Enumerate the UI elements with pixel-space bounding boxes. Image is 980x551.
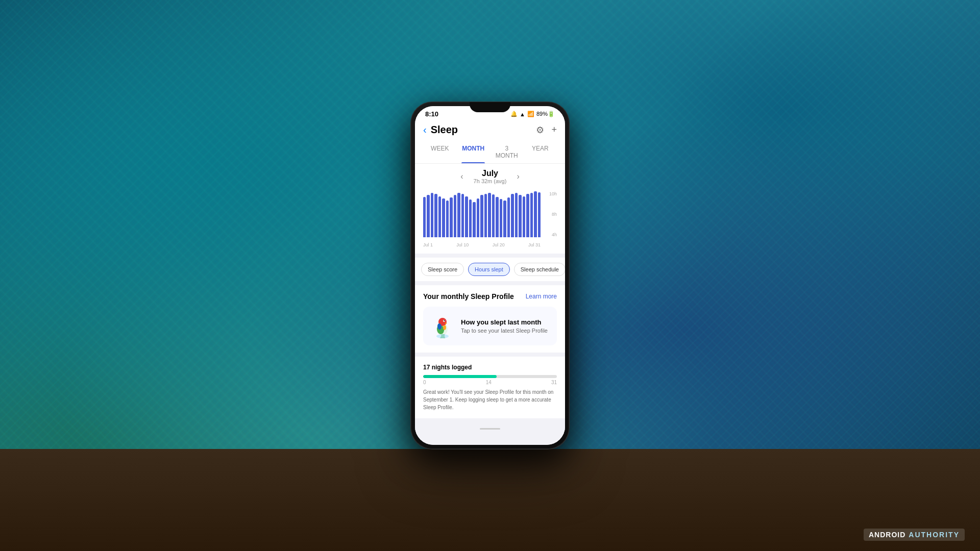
progress-bar-container: 0 14 31 — [423, 375, 557, 385]
page-title: Sleep — [431, 124, 458, 136]
settings-icon[interactable]: ⚙ — [536, 124, 544, 136]
month-navigation: ‹ July 7h 32m (avg) › — [415, 164, 565, 187]
status-time: 8:10 — [425, 110, 438, 118]
svg-point-7 — [436, 334, 449, 338]
chart-x-labels: Jul 1 Jul 10 Jul 20 Jul 31 — [423, 242, 541, 247]
progress-num-14: 14 — [486, 380, 492, 385]
tabs-bar: WEEK MONTH 3 MONTH YEAR — [415, 141, 565, 164]
progress-description: Great work! You'll see your Sleep Profil… — [423, 388, 557, 411]
chart-bar — [446, 201, 449, 237]
chip-sleep-schedule[interactable]: Sleep schedule — [514, 263, 565, 276]
chart-bar — [438, 196, 441, 237]
status-icons: 🔔 ▲ 📶 89%🔋 — [510, 111, 555, 117]
parrot-icon — [430, 314, 455, 338]
chart-bar — [526, 194, 529, 237]
x-label-jul10: Jul 10 — [456, 242, 469, 247]
header-left: ‹ Sleep — [423, 124, 458, 136]
y-label-8h: 8h — [552, 212, 557, 217]
filter-chips: Sleep score Hours slept Sleep schedule — [415, 258, 565, 281]
svg-point-4 — [444, 320, 445, 321]
chart-bar — [450, 197, 452, 237]
chart-bar — [511, 194, 513, 237]
next-month-button[interactable]: › — [517, 172, 519, 181]
tab-week[interactable]: WEEK — [423, 141, 457, 163]
watermark: ANDROID AUTHORITY — [864, 529, 965, 541]
chart-bar — [454, 195, 456, 237]
progress-num-31: 31 — [551, 380, 557, 385]
chart-bar — [477, 198, 479, 237]
chart-bar — [461, 194, 464, 237]
phone-screen: 8:10 🔔 ▲ 📶 89%🔋 ‹ Sleep ⚙ + — [415, 106, 565, 445]
chart-bar — [523, 196, 525, 237]
chart-bars — [423, 191, 541, 237]
sleep-chart-area: 10h 8h 4h Jul 1 Jul 10 Jul 20 Jul 31 — [415, 187, 565, 254]
scroll-content[interactable]: ‹ July 7h 32m (avg) › 10h 8h 4h — [415, 164, 565, 445]
prev-month-button[interactable]: ‹ — [460, 172, 463, 181]
month-name: July — [474, 169, 507, 178]
phone-notch — [470, 106, 510, 112]
add-icon[interactable]: + — [551, 124, 557, 135]
wifi-icon: ▲ — [520, 111, 525, 117]
chart-bar — [431, 193, 433, 237]
y-label-4h: 4h — [552, 232, 557, 237]
tab-3month[interactable]: 3 MONTH — [490, 141, 524, 163]
tab-month[interactable]: MONTH — [457, 141, 491, 163]
chart-bar — [423, 197, 426, 237]
progress-fill — [423, 375, 497, 378]
watermark-prefix: ANDROID — [869, 531, 905, 539]
chip-hours-slept[interactable]: Hours slept — [468, 263, 510, 276]
chart-bar — [534, 191, 536, 237]
phone-outer-shell: 8:10 🔔 ▲ 📶 89%🔋 ‹ Sleep ⚙ + — [411, 102, 569, 449]
table-surface — [0, 449, 980, 551]
progress-label: 17 nights logged — [423, 364, 557, 371]
chart-bar — [500, 199, 502, 237]
chart-bar — [473, 202, 475, 237]
chart-y-labels: 10h 8h 4h — [543, 191, 557, 237]
chart-bar — [484, 194, 487, 237]
sleep-profile-card[interactable]: How you slept last month Tap to see your… — [423, 307, 557, 345]
scroll-indicator — [415, 418, 565, 436]
x-label-jul20: Jul 20 — [493, 242, 505, 247]
svg-point-6 — [443, 325, 446, 330]
signal-icon: 📶 — [527, 111, 534, 117]
chart-bar — [519, 195, 521, 237]
scroll-line — [480, 428, 500, 430]
battery-label: 89%🔋 — [536, 111, 555, 117]
x-label-jul1: Jul 1 — [423, 242, 433, 247]
learn-more-button[interactable]: Learn more — [526, 293, 557, 300]
progress-numbers: 0 14 31 — [423, 380, 557, 385]
card-title: How you slept last month — [461, 318, 548, 326]
month-avg: 7h 32m (avg) — [474, 178, 507, 184]
sleep-chart: 10h 8h 4h Jul 1 Jul 10 Jul 20 Jul 31 — [423, 191, 557, 247]
progress-num-0: 0 — [423, 380, 426, 385]
chip-sleep-score[interactable]: Sleep score — [421, 263, 464, 276]
notification-icon: 🔔 — [510, 111, 518, 117]
chart-bar — [480, 195, 483, 237]
app-header: ‹ Sleep ⚙ + — [415, 120, 565, 141]
chart-bar — [434, 194, 437, 237]
progress-track — [423, 375, 557, 378]
card-text: How you slept last month Tap to see your… — [461, 318, 548, 334]
chart-bar — [469, 199, 472, 237]
chart-bar — [492, 194, 495, 237]
sleep-profile-section: Your monthly Sleep Profile Learn more — [415, 285, 565, 353]
header-right: ⚙ + — [536, 124, 557, 136]
watermark-brand: AUTHORITY — [909, 531, 960, 539]
progress-section: 17 nights logged 0 14 31 Great work! You… — [415, 357, 565, 418]
card-subtitle: Tap to see your latest Sleep Profile — [461, 328, 548, 334]
phone-device: 8:10 🔔 ▲ 📶 89%🔋 ‹ Sleep ⚙ + — [411, 102, 569, 449]
chart-bar — [442, 198, 445, 237]
month-info: July 7h 32m (avg) — [474, 169, 507, 184]
tab-year[interactable]: YEAR — [524, 141, 557, 163]
chart-bar — [465, 196, 468, 237]
chart-bar — [538, 192, 541, 237]
back-button[interactable]: ‹ — [423, 124, 427, 136]
chart-bar — [503, 201, 506, 237]
chart-bar — [457, 193, 460, 237]
parrot-svg — [430, 314, 455, 338]
section-title: Your monthly Sleep Profile — [423, 292, 514, 300]
section-header: Your monthly Sleep Profile Learn more — [423, 292, 557, 300]
chart-bar — [496, 197, 498, 237]
y-label-10h: 10h — [549, 191, 557, 196]
chart-bar — [488, 193, 491, 237]
